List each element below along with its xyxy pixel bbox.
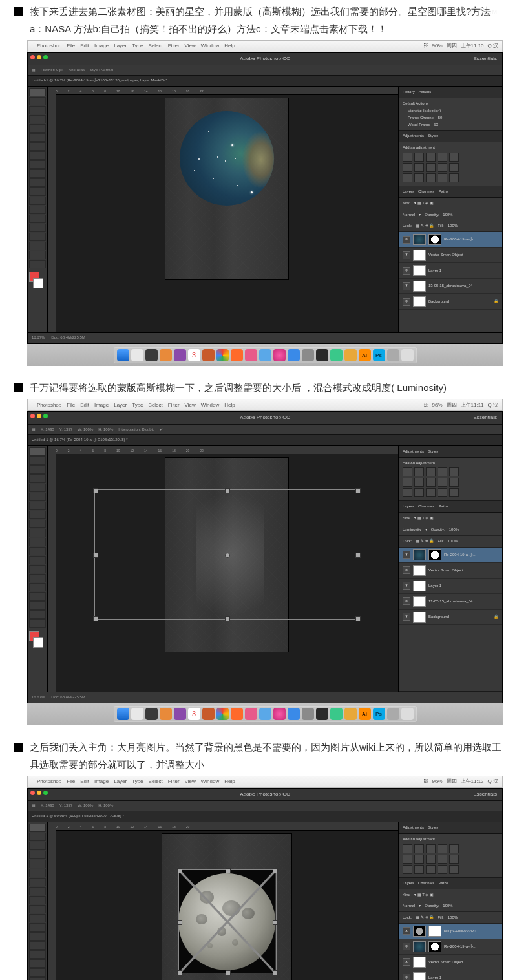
history-tab[interactable]: History <box>403 89 415 96</box>
move-tool[interactable] <box>29 447 46 456</box>
layer-row[interactable]: 👁Background🔒 <box>399 294 502 310</box>
opacity-value[interactable]: 100% <box>443 211 452 218</box>
blend-mode[interactable]: Luminosity <box>403 526 421 533</box>
type-tool[interactable] <box>29 224 46 232</box>
trash-icon[interactable] <box>401 349 414 361</box>
channels-tab[interactable]: Channels <box>418 188 434 195</box>
free-transform-bounds[interactable] <box>178 869 277 974</box>
pen-tool[interactable] <box>29 215 46 223</box>
visibility-icon[interactable]: 👁 <box>403 582 410 590</box>
layer-row[interactable]: 👁Layer 1 <box>399 263 502 279</box>
app-icon[interactable] <box>330 349 343 361</box>
adj-gradient-map-icon[interactable] <box>438 173 447 182</box>
zoom-tool[interactable] <box>29 260 46 268</box>
layer-row[interactable]: 👁Layer 1 <box>399 970 502 980</box>
visibility-icon[interactable]: 👁 <box>403 613 410 621</box>
layers-tab[interactable]: Layers <box>403 188 414 195</box>
photoshop-icon[interactable]: Ps <box>373 349 385 361</box>
action-item[interactable]: Vignette (selection) <box>403 107 498 114</box>
move-tool[interactable] <box>29 88 46 96</box>
paths-tab[interactable]: Paths <box>438 188 448 195</box>
app-icon[interactable] <box>387 349 399 361</box>
visibility-icon[interactable]: 👁 <box>403 974 410 980</box>
crop-tool[interactable] <box>29 124 46 133</box>
app-icon[interactable] <box>174 349 186 361</box>
app-icon[interactable] <box>231 349 243 361</box>
adj-invert-icon[interactable] <box>403 173 412 182</box>
brush-tool[interactable] <box>29 151 46 160</box>
terminal-icon[interactable] <box>145 349 158 361</box>
layer-row[interactable]: 👁13-05-15_abrosimova_04 <box>399 594 502 610</box>
finder-icon[interactable] <box>117 349 129 361</box>
layer-row[interactable]: 👁Re-2004-19-a-小... <box>399 548 502 563</box>
gradient-tool[interactable] <box>29 187 46 196</box>
appstore-icon[interactable] <box>288 349 300 361</box>
visibility-icon[interactable]: 👁 <box>403 927 410 935</box>
adj-balance-icon[interactable] <box>414 163 424 172</box>
layer-row[interactable]: 👁Vector Smart Object <box>399 955 502 970</box>
app-icon[interactable] <box>160 349 172 361</box>
adj-threshold-icon[interactable] <box>426 173 436 182</box>
actions-tab[interactable]: Actions <box>419 89 432 96</box>
adj-hue-icon[interactable] <box>403 163 412 172</box>
adj-photo-filter-icon[interactable] <box>438 163 447 172</box>
chrome-icon[interactable] <box>216 349 229 361</box>
styles-tab[interactable]: Styles <box>428 133 438 140</box>
adj-selective-icon[interactable] <box>449 173 459 182</box>
visibility-icon[interactable]: 👁 <box>403 282 410 290</box>
blend-mode[interactable]: Normal <box>403 211 415 218</box>
adj-posterize-icon[interactable] <box>414 173 424 182</box>
stamp-tool[interactable] <box>29 160 46 169</box>
wand-tool[interactable] <box>29 115 46 123</box>
layer-row[interactable]: 👁600px-FullMoon20... <box>399 924 502 939</box>
app-icon[interactable] <box>202 349 215 361</box>
adj-levels-icon[interactable] <box>414 153 424 162</box>
adj-mixer-icon[interactable] <box>449 163 459 172</box>
adj-vibrance-icon[interactable] <box>449 153 459 162</box>
action-item[interactable]: Frame Channel - 50 <box>403 114 498 122</box>
visibility-icon[interactable]: 👁 <box>403 236 410 244</box>
history-brush-tool[interactable] <box>29 169 46 178</box>
action-item[interactable]: Default Actions <box>403 100 498 107</box>
layer-row[interactable]: 👁Re-2004-19-a-小... <box>399 232 502 248</box>
lasso-tool[interactable] <box>29 106 46 114</box>
launchpad-icon[interactable] <box>131 349 143 361</box>
blend-mode[interactable]: Normal <box>403 902 415 910</box>
shape-tool[interactable] <box>29 242 46 250</box>
qq-icon[interactable] <box>344 349 357 361</box>
path-tool[interactable] <box>29 233 46 241</box>
hand-tool[interactable] <box>29 251 46 259</box>
eraser-tool[interactable] <box>29 178 46 187</box>
layer-row[interactable]: 👁13-05-15_abrosimova_04 <box>399 279 502 294</box>
layer-row[interactable]: 👁Vector Smart Object <box>399 563 502 579</box>
app-icon[interactable] <box>245 349 257 361</box>
visibility-icon[interactable]: 👁 <box>403 958 410 966</box>
visibility-icon[interactable]: 👁 <box>403 267 410 275</box>
adj-bw-icon[interactable] <box>426 163 436 172</box>
calendar-icon[interactable]: 3 <box>188 349 200 361</box>
action-item[interactable]: Wood Frame - 50 <box>403 122 498 129</box>
settings-icon[interactable] <box>302 349 314 361</box>
itunes-icon[interactable] <box>273 349 286 361</box>
visibility-icon[interactable]: 👁 <box>403 298 410 306</box>
visibility-icon[interactable]: 👁 <box>403 597 410 605</box>
visibility-icon[interactable]: 👁 <box>403 251 410 259</box>
layer-row[interactable]: 👁Layer 1 <box>399 579 502 594</box>
adj-brightness-icon[interactable] <box>403 153 412 162</box>
layer-row[interactable]: 👁Background🔒 <box>399 610 502 625</box>
visibility-icon[interactable]: 👁 <box>403 551 410 559</box>
adj-curves-icon[interactable] <box>426 153 436 162</box>
color-swatches[interactable] <box>29 272 46 288</box>
app-icon[interactable] <box>316 349 328 361</box>
fill-value[interactable]: 100% <box>448 222 458 229</box>
adjustments-tab[interactable]: Adjustments <box>403 133 424 140</box>
app-icon[interactable] <box>259 349 271 361</box>
blur-tool[interactable] <box>29 197 46 205</box>
visibility-icon[interactable]: 👁 <box>403 943 410 950</box>
layer-row[interactable]: 👁Vector Smart Object <box>399 248 502 263</box>
adj-exposure-icon[interactable] <box>438 153 447 162</box>
layer-row[interactable]: 👁Re-2004-19-a-小... <box>399 939 502 955</box>
heal-tool[interactable] <box>29 142 46 151</box>
visibility-icon[interactable]: 👁 <box>403 566 410 574</box>
free-transform-bounds[interactable] <box>94 489 359 620</box>
